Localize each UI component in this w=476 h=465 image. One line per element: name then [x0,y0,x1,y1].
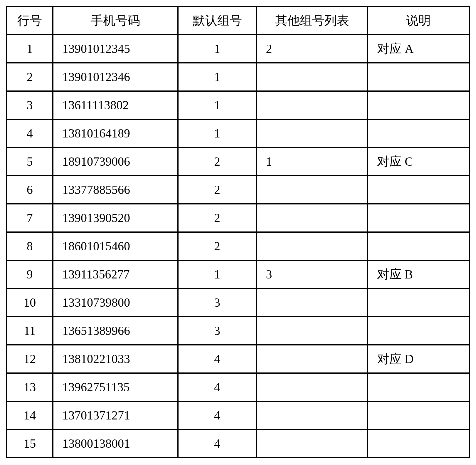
table-row: 91391135627713对应 B [7,260,470,288]
cell-rownum: 11 [7,317,53,345]
cell-rownum: 5 [7,147,53,176]
cell-other-groups [257,288,368,317]
cell-phone: 13310739800 [53,288,178,317]
cell-note [368,232,470,260]
cell-note [368,288,470,317]
data-table: 行号 手机号码 默认组号 其他组号列表 说明 11390101234512对应 … [6,6,470,458]
cell-note [368,63,470,91]
table-row: 4138101641891 [7,119,470,147]
cell-rownum: 14 [7,401,53,429]
cell-phone: 18910739006 [53,147,178,176]
cell-other-groups: 1 [257,147,368,176]
table-row: 8186010154602 [7,232,470,260]
cell-default-group: 4 [178,345,257,373]
cell-rownum: 7 [7,204,53,232]
table-row: 10133107398003 [7,288,470,317]
header-rownum: 行号 [7,6,53,35]
cell-other-groups [257,317,368,345]
cell-rownum: 15 [7,429,53,458]
cell-default-group: 1 [178,260,257,288]
cell-default-group: 1 [178,119,257,147]
cell-note [368,373,470,401]
cell-default-group: 4 [178,373,257,401]
cell-default-group: 1 [178,63,257,91]
cell-phone: 13911356277 [53,260,178,288]
cell-rownum: 6 [7,176,53,204]
table-row: 12138102210334对应 D [7,345,470,373]
cell-note: 对应 B [368,260,470,288]
table-body: 11390101234512对应 A2139010123461313611113… [7,35,470,458]
cell-note [368,204,470,232]
cell-phone: 18601015460 [53,232,178,260]
cell-rownum: 10 [7,288,53,317]
cell-other-groups [257,401,368,429]
cell-default-group: 2 [178,147,257,176]
cell-rownum: 8 [7,232,53,260]
cell-rownum: 2 [7,63,53,91]
cell-note [368,91,470,119]
cell-phone: 13701371271 [53,401,178,429]
cell-default-group: 2 [178,232,257,260]
table-row: 51891073900621对应 C [7,147,470,176]
cell-phone: 13377885566 [53,176,178,204]
cell-phone: 13810221033 [53,345,178,373]
cell-rownum: 9 [7,260,53,288]
cell-other-groups [257,91,368,119]
cell-other-groups: 3 [257,260,368,288]
cell-default-group: 2 [178,176,257,204]
cell-default-group: 3 [178,317,257,345]
cell-phone: 13901012345 [53,35,178,63]
cell-note [368,317,470,345]
cell-note [368,429,470,458]
cell-note: 对应 A [368,35,470,63]
cell-other-groups [257,176,368,204]
header-other-groups: 其他组号列表 [257,6,368,35]
cell-rownum: 3 [7,91,53,119]
cell-default-group: 4 [178,401,257,429]
cell-other-groups [257,373,368,401]
table-row: 13139627511354 [7,373,470,401]
cell-rownum: 12 [7,345,53,373]
table-row: 11136513899663 [7,317,470,345]
cell-note [368,401,470,429]
cell-phone: 13901390520 [53,204,178,232]
cell-other-groups [257,429,368,458]
cell-phone: 13800138001 [53,429,178,458]
cell-note [368,119,470,147]
cell-default-group: 2 [178,204,257,232]
table-row: 2139010123461 [7,63,470,91]
cell-other-groups [257,63,368,91]
table-row: 3136111138021 [7,91,470,119]
table-row: 7139013905202 [7,204,470,232]
cell-default-group: 1 [178,35,257,63]
cell-rownum: 1 [7,35,53,63]
cell-phone: 13651389966 [53,317,178,345]
cell-default-group: 1 [178,91,257,119]
cell-rownum: 13 [7,373,53,401]
header-phone: 手机号码 [53,6,178,35]
cell-default-group: 3 [178,288,257,317]
cell-other-groups: 2 [257,35,368,63]
cell-note [368,176,470,204]
header-default-group: 默认组号 [178,6,257,35]
cell-phone: 13962751135 [53,373,178,401]
cell-note: 对应 D [368,345,470,373]
cell-phone: 13611113802 [53,91,178,119]
cell-other-groups [257,204,368,232]
table-row: 11390101234512对应 A [7,35,470,63]
cell-other-groups [257,119,368,147]
table-row: 14137013712714 [7,401,470,429]
cell-default-group: 4 [178,429,257,458]
table-row: 6133778855662 [7,176,470,204]
cell-other-groups [257,232,368,260]
cell-note: 对应 C [368,147,470,176]
cell-other-groups [257,345,368,373]
cell-rownum: 4 [7,119,53,147]
table-header-row: 行号 手机号码 默认组号 其他组号列表 说明 [7,6,470,35]
cell-phone: 13901012346 [53,63,178,91]
table-row: 15138001380014 [7,429,470,458]
cell-phone: 13810164189 [53,119,178,147]
header-note: 说明 [368,6,470,35]
